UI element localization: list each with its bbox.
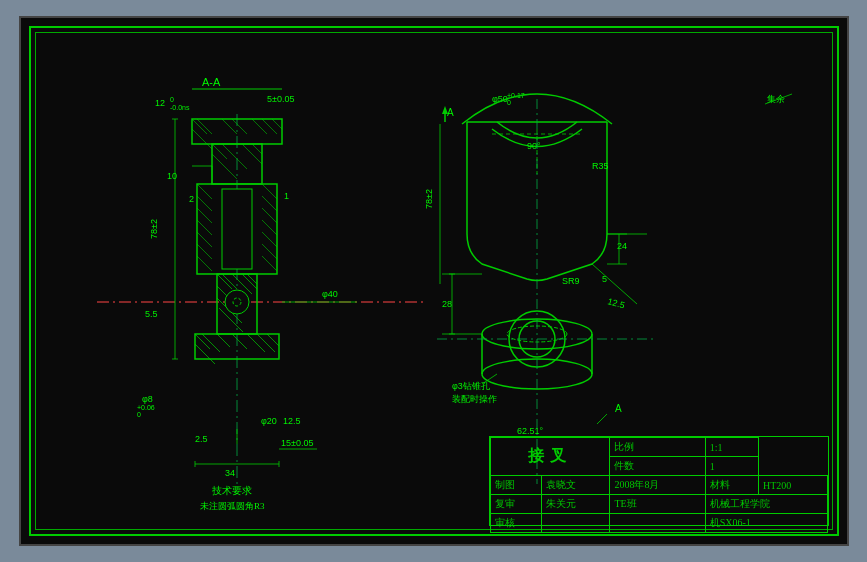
drawing-number: 机SX06-1 [705, 514, 827, 533]
svg-line-14 [197, 220, 212, 235]
svg-line-122 [597, 414, 607, 424]
svg-text:12.5: 12.5 [283, 416, 301, 426]
svg-text:62.51°: 62.51° [517, 426, 544, 436]
svg-line-28 [222, 119, 237, 134]
svg-text:SR9: SR9 [562, 276, 580, 286]
svg-rect-38 [222, 189, 252, 269]
svg-text:0: 0 [137, 411, 141, 418]
svg-text:-0.0ns: -0.0ns [170, 104, 190, 111]
svg-line-55 [257, 334, 275, 352]
svg-text:28: 28 [442, 299, 452, 309]
svg-text:装配时操作: 装配时操作 [452, 394, 497, 404]
svg-text:10: 10 [167, 171, 177, 181]
svg-text:φ8: φ8 [142, 394, 153, 404]
qty-label: 件数 [610, 457, 705, 476]
svg-text:2: 2 [189, 194, 194, 204]
svg-line-13 [197, 208, 212, 223]
scale-label: 比例 [610, 438, 705, 457]
svg-text:R35: R35 [592, 161, 609, 171]
svg-line-29 [232, 119, 247, 134]
svg-text:5.5: 5.5 [145, 309, 158, 319]
svg-text:φ40: φ40 [322, 289, 338, 299]
svg-text:+0.06: +0.06 [137, 404, 155, 411]
svg-line-33 [212, 144, 227, 159]
svg-line-35 [222, 144, 247, 169]
svg-text:A-A: A-A [202, 76, 221, 88]
drawn-label: 制图 [490, 476, 541, 495]
svg-text:φ20: φ20 [261, 416, 277, 426]
svg-text:78±2: 78±2 [424, 189, 434, 209]
svg-text:A: A [615, 403, 622, 414]
svg-text:0: 0 [507, 99, 511, 106]
svg-line-20 [262, 208, 277, 223]
svg-line-21 [262, 220, 277, 235]
svg-text:90°: 90° [527, 141, 541, 151]
svg-line-50 [195, 344, 215, 364]
material-value: HT200 [758, 476, 827, 495]
svg-text:78±2: 78±2 [149, 219, 159, 239]
checked-label: 复审 [490, 495, 541, 514]
svg-line-49 [195, 334, 210, 349]
svg-point-57 [225, 290, 249, 314]
svg-line-37 [252, 144, 262, 154]
svg-line-53 [232, 334, 247, 349]
svg-line-52 [217, 334, 230, 347]
svg-line-15 [197, 232, 212, 247]
svg-text:1: 1 [284, 191, 289, 201]
svg-line-24 [262, 256, 277, 271]
date-value: 2008年8月 [610, 476, 705, 495]
svg-line-31 [262, 119, 277, 134]
svg-text:12: 12 [155, 98, 165, 108]
svg-line-47 [247, 274, 257, 284]
qty-value: 1 [705, 457, 758, 476]
drawing-title: 接叉 [490, 438, 610, 476]
svg-line-26 [192, 129, 212, 149]
svg-text:技术要求: 技术要求 [211, 485, 252, 496]
approved-label: 审核 [490, 514, 541, 533]
svg-line-22 [262, 232, 277, 247]
svg-text:12.5: 12.5 [606, 296, 626, 310]
svg-text:24: 24 [617, 241, 627, 251]
svg-line-56 [267, 334, 279, 346]
svg-line-16 [197, 244, 212, 259]
svg-line-34 [212, 154, 237, 179]
svg-line-36 [242, 144, 262, 164]
svg-text:0: 0 [170, 96, 174, 103]
svg-text:15±0.05: 15±0.05 [281, 438, 313, 448]
title-block: 接叉 比例 1:1 件数 1 制图 袁晓文 2008年8月 材料 HT200 复… [489, 436, 829, 526]
svg-text:5±0.05: 5±0.05 [267, 94, 294, 104]
svg-line-54 [247, 334, 265, 352]
class-label: TE班 [610, 495, 705, 514]
svg-line-32 [272, 119, 282, 129]
svg-line-23 [262, 244, 277, 259]
svg-line-19 [262, 196, 277, 211]
approved-value [541, 514, 610, 533]
scale-value: 1:1 [705, 438, 758, 457]
svg-line-51 [202, 334, 220, 352]
svg-text:34: 34 [225, 468, 235, 478]
drawing-container: A-A 12 0 -0.0ns 5±0.05 [19, 16, 849, 546]
svg-line-12 [197, 196, 212, 211]
svg-text:A: A [447, 107, 454, 118]
svg-line-11 [197, 184, 212, 199]
school-value: 机械工程学院 [705, 495, 827, 514]
svg-line-18 [262, 184, 277, 199]
svg-line-30 [252, 119, 267, 134]
drawn-value: 袁晓文 [541, 476, 610, 495]
svg-text:2.5: 2.5 [195, 434, 208, 444]
svg-line-17 [197, 256, 212, 271]
checked-value: 朱关元 [541, 495, 610, 514]
svg-text:未注圆弧圆角R3: 未注圆弧圆角R3 [200, 501, 265, 511]
material-label: 材料 [705, 476, 758, 495]
